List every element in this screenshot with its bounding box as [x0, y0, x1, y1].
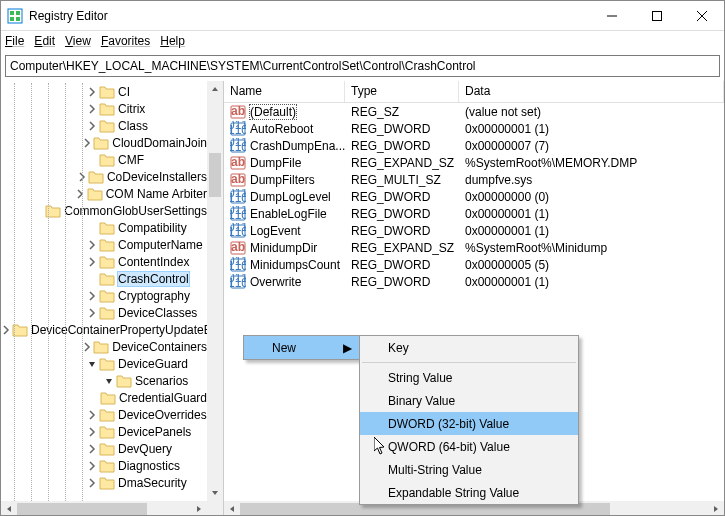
list-row[interactable]: 011110MinidumpsCountREG_DWORD0x00000005 …	[224, 256, 724, 273]
context-menu-item[interactable]: Multi-String Value	[360, 458, 578, 481]
tree-item[interactable]: DeviceGuard	[1, 355, 207, 372]
scroll-left-icon[interactable]	[224, 501, 240, 516]
tree-item[interactable]: DevicePanels	[1, 423, 207, 440]
chevron-right-icon[interactable]	[86, 460, 98, 472]
tree-item[interactable]: CMF	[1, 151, 207, 168]
chevron-right-icon[interactable]	[86, 409, 98, 421]
list-row[interactable]: 011110CrashDumpEna...REG_DWORD0x00000007…	[224, 137, 724, 154]
svg-rect-2	[16, 11, 20, 15]
chevron-right-icon[interactable]	[86, 290, 98, 302]
column-name[interactable]: Name	[224, 81, 345, 102]
tree-item[interactable]: DeviceContainerPropertyUpdateEvents	[1, 321, 207, 338]
chevron-right-icon[interactable]	[86, 307, 98, 319]
value-data: dumpfve.sys	[459, 173, 538, 187]
chevron-right-icon[interactable]	[86, 120, 98, 132]
chevron-right-icon[interactable]	[86, 103, 98, 115]
column-data[interactable]: Data	[459, 81, 724, 102]
chevron-right-icon[interactable]	[86, 256, 98, 268]
folder-icon	[45, 204, 61, 218]
context-menu-item[interactable]: QWORD (64-bit) Value	[360, 435, 578, 458]
tree-item[interactable]: DeviceOverrides	[1, 406, 207, 423]
tree-item[interactable]: ComputerName	[1, 236, 207, 253]
folder-icon	[99, 289, 115, 303]
context-menu-item[interactable]: Key	[360, 336, 578, 359]
list-row[interactable]: 011110EnableLogFileREG_DWORD0x00000001 (…	[224, 205, 724, 222]
chevron-right-icon[interactable]	[81, 341, 92, 353]
menu-edit[interactable]: Edit	[34, 34, 55, 48]
list-row[interactable]: 011110LogEventREG_DWORD0x00000001 (1)	[224, 222, 724, 239]
tree-item[interactable]: DeviceClasses	[1, 304, 207, 321]
list-row[interactable]: 011110AutoRebootREG_DWORD0x00000001 (1)	[224, 120, 724, 137]
chevron-right-icon[interactable]	[1, 324, 11, 336]
svg-rect-3	[10, 17, 14, 21]
tree-item[interactable]: ContentIndex	[1, 253, 207, 270]
tree-item[interactable]: CommonGlobUserSettings	[1, 202, 207, 219]
svg-text:ab: ab	[231, 104, 245, 118]
scroll-thumb[interactable]	[209, 153, 221, 197]
context-menu-item[interactable]: Expandable String Value	[360, 481, 578, 504]
value-data: 0x00000001 (1)	[459, 275, 555, 289]
value-name: EnableLogFile	[250, 207, 327, 221]
menu-help[interactable]: Help	[160, 34, 185, 48]
context-menu-item-new[interactable]: New ▶	[244, 336, 360, 359]
tree-item[interactable]: Citrix	[1, 100, 207, 117]
list-row[interactable]: abDumpFiltersREG_MULTI_SZdumpfve.sys	[224, 171, 724, 188]
scroll-up-icon[interactable]	[207, 81, 223, 97]
tree-item[interactable]: CloudDomainJoin	[1, 134, 207, 151]
tree-item-label: Cryptography	[118, 289, 190, 303]
tree-item[interactable]: Cryptography	[1, 287, 207, 304]
tree-item[interactable]: DmaSecurity	[1, 474, 207, 491]
tree-item[interactable]: Scenarios	[1, 372, 207, 389]
tree-item[interactable]: COM Name Arbiter	[1, 185, 207, 202]
minimize-button[interactable]	[589, 1, 634, 31]
tree-item[interactable]: Compatibility	[1, 219, 207, 236]
scroll-thumb[interactable]	[17, 503, 147, 515]
tree-item[interactable]: Diagnostics	[1, 457, 207, 474]
list-row[interactable]: 011110DumpLogLevelREG_DWORD0x00000000 (0…	[224, 188, 724, 205]
tree-item[interactable]: DevQuery	[1, 440, 207, 457]
chevron-right-icon[interactable]	[81, 137, 92, 149]
chevron-right-icon[interactable]	[86, 426, 98, 438]
chevron-right-icon[interactable]	[86, 86, 98, 98]
close-button[interactable]	[679, 1, 724, 31]
chevron-down-icon[interactable]	[103, 375, 115, 387]
tree-vertical-scrollbar[interactable]	[207, 81, 223, 501]
svg-text:110: 110	[230, 208, 246, 222]
scroll-left-icon[interactable]	[1, 501, 17, 516]
value-data: 0x00000000 (0)	[459, 190, 555, 204]
context-menu-item[interactable]: Binary Value	[360, 389, 578, 412]
tree-item[interactable]: Class	[1, 117, 207, 134]
context-menu-item[interactable]: DWORD (32-bit) Value	[360, 412, 578, 435]
tree-horizontal-scrollbar[interactable]	[1, 501, 207, 516]
chevron-right-icon[interactable]	[76, 171, 87, 183]
column-type[interactable]: Type	[345, 81, 459, 102]
scroll-down-icon[interactable]	[207, 485, 223, 501]
list-row[interactable]: 011110OverwriteREG_DWORD0x00000001 (1)	[224, 273, 724, 290]
maximize-button[interactable]	[634, 1, 679, 31]
menu-view[interactable]: View	[65, 34, 91, 48]
chevron-right-icon[interactable]	[86, 443, 98, 455]
tree-item[interactable]: CoDeviceInstallers	[1, 168, 207, 185]
context-menu-label: QWORD (64-bit) Value	[388, 440, 510, 454]
address-bar[interactable]: Computer\HKEY_LOCAL_MACHINE\SYSTEM\Curre…	[5, 55, 720, 77]
list-row[interactable]: abDumpFileREG_EXPAND_SZ%SystemRoot%\MEMO…	[224, 154, 724, 171]
context-menu-item[interactable]: String Value	[360, 366, 578, 389]
chevron-right-icon[interactable]	[86, 477, 98, 489]
tree-item[interactable]: CredentialGuard	[1, 389, 207, 406]
tree-item-label: Diagnostics	[118, 459, 180, 473]
chevron-down-icon[interactable]	[86, 358, 98, 370]
chevron-right-icon[interactable]	[86, 239, 98, 251]
chevron-right-icon[interactable]	[75, 188, 85, 200]
list-row[interactable]: abMinidumpDirREG_EXPAND_SZ%SystemRoot%\M…	[224, 239, 724, 256]
menu-file[interactable]: File	[5, 34, 24, 48]
list-row[interactable]: ab(Default)REG_SZ(value not set)	[224, 103, 724, 120]
menu-favorites[interactable]: Favorites	[101, 34, 150, 48]
tree-item-label: CoDeviceInstallers	[107, 170, 207, 184]
tree-item[interactable]: DeviceContainers	[1, 338, 207, 355]
binary-value-icon: 011110	[230, 206, 246, 222]
tree-item[interactable]: CI	[1, 83, 207, 100]
folder-icon	[93, 340, 109, 354]
tree-item[interactable]: CrashControl	[1, 270, 207, 287]
scroll-right-icon[interactable]	[191, 501, 207, 516]
scroll-right-icon[interactable]	[708, 501, 724, 516]
